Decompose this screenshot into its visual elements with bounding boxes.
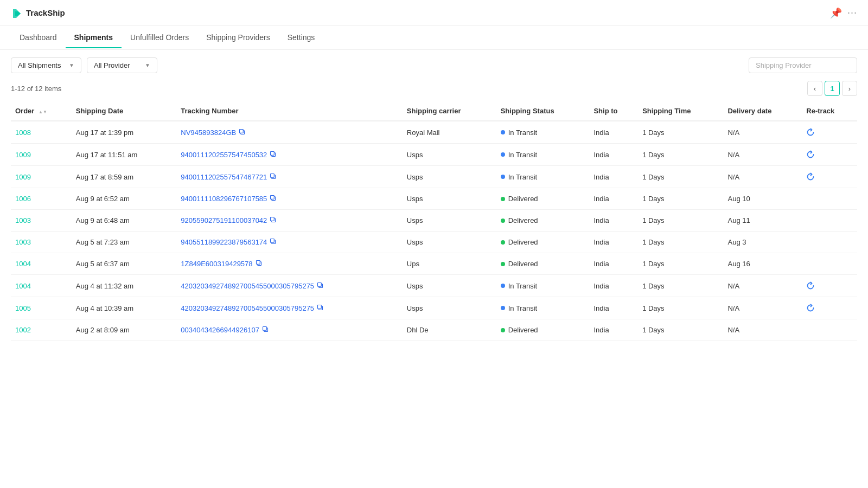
copy-tracking-icon[interactable] (317, 282, 323, 290)
shipping-carrier: Usps (403, 275, 496, 297)
copy-tracking-icon[interactable] (317, 305, 323, 312)
tracking-number-link[interactable]: 420320349274892700545500030579​5275 (181, 304, 314, 312)
nav-item-settings[interactable]: Settings (279, 28, 324, 48)
shipping-provider-search[interactable]: Shipping Provider (749, 57, 857, 73)
filters-bar: All Shipments ▼ All Provider ▼ Shipping … (0, 50, 868, 81)
shipping-time: 1 Days (638, 188, 723, 210)
shipping-carrier: Usps (403, 210, 496, 232)
ship-to: India (589, 319, 638, 341)
nav-bar: Dashboard Shipments Unfulfilled Orders S… (0, 26, 868, 50)
order-link[interactable]: 1003 (15, 238, 31, 246)
shipping-carrier: Usps (403, 232, 496, 253)
svg-rect-7 (271, 196, 275, 200)
tracking-number-link[interactable]: 9400111202557547450532 (181, 151, 267, 159)
status-text: Delivered (508, 195, 538, 203)
status-dot (501, 328, 505, 332)
status-badge: Delivered (501, 216, 585, 224)
next-page-button[interactable]: › (842, 81, 857, 96)
status-dot (501, 130, 505, 134)
col-header-tracking-number: Tracking Number (176, 101, 403, 121)
shipment-filter-dropdown[interactable]: All Shipments ▼ (11, 57, 81, 73)
shipping-carrier: Usps (403, 166, 496, 188)
svg-rect-11 (271, 239, 275, 243)
nav-item-shipping-providers[interactable]: Shipping Providers (197, 28, 279, 48)
copy-tracking-icon[interactable] (270, 239, 276, 246)
order-link[interactable]: 1006 (15, 195, 31, 203)
nav-item-dashboard[interactable]: Dashboard (11, 28, 66, 48)
table-row: 1005Aug 4 at 10:39 am4203203492748927005… (11, 297, 857, 319)
delivery-date: N/A (723, 319, 802, 341)
table-row: 1004Aug 5 at 6:37 am1Z849E600319429578Up… (11, 253, 857, 275)
copy-tracking-icon[interactable] (239, 129, 245, 137)
order-link[interactable]: 1008 (15, 129, 31, 137)
ship-to: India (589, 297, 638, 319)
table-header: Order ▲▼ Shipping Date Tracking Number S… (11, 101, 857, 121)
shipping-time: 1 Days (638, 144, 723, 166)
copy-tracking-icon[interactable] (270, 151, 276, 159)
provider-filter-dropdown[interactable]: All Provider ▼ (87, 57, 157, 73)
tracking-number-link[interactable]: 1Z849E600319429578 (181, 260, 252, 268)
delivery-date: N/A (723, 297, 802, 319)
retrack-button[interactable] (806, 128, 815, 137)
prev-page-button[interactable]: ‹ (807, 81, 822, 96)
tracking-number-link[interactable]: 9400111202557547467721 (181, 173, 267, 181)
app-logo: TrackShip (11, 7, 65, 19)
trackship-logo-icon (11, 7, 23, 19)
shipping-date: Aug 17 at 1:39 pm (72, 121, 176, 144)
order-link[interactable]: 1003 (15, 216, 31, 224)
retrack-button[interactable] (806, 281, 815, 290)
status-dot (501, 175, 505, 179)
shipping-date: Aug 4 at 11:32 am (72, 275, 176, 297)
copy-tracking-icon[interactable] (256, 260, 262, 268)
table-row: 1008Aug 17 at 1:39 pmNV945893824GBRoyal … (11, 121, 857, 144)
svg-rect-3 (271, 151, 275, 155)
shipping-date: Aug 17 at 11:51 am (72, 144, 176, 166)
order-link[interactable]: 1009 (15, 173, 31, 181)
shipping-time: 1 Days (638, 232, 723, 253)
order-link[interactable]: 1004 (15, 282, 31, 290)
tracking-number-link[interactable]: 9405511899223879563174 (181, 238, 267, 246)
shipping-time: 1 Days (638, 210, 723, 232)
table-row: 1006Aug 9 at 6:52 am94001111082967671075… (11, 188, 857, 210)
pin-icon[interactable]: 📌 (830, 7, 842, 19)
copy-tracking-icon[interactable] (270, 217, 276, 224)
delivery-date: Aug 10 (723, 188, 802, 210)
tracking-number-link[interactable]: 9205590275191100037042 (181, 216, 267, 224)
items-count: 1-12 of 12 items (11, 85, 61, 93)
search-placeholder: Shipping Provider (756, 61, 812, 69)
current-page-button[interactable]: 1 (825, 81, 840, 96)
order-link[interactable]: 1004 (15, 260, 31, 268)
tracking-number-link[interactable]: 9400111108296767107585 (181, 195, 267, 203)
status-text: In Transit (508, 304, 537, 312)
tracking-number-link[interactable]: NV945893824GB (181, 129, 236, 137)
filters-left: All Shipments ▼ All Provider ▼ (11, 57, 157, 73)
status-badge: Delivered (501, 195, 585, 203)
order-link[interactable]: 1002 (15, 326, 31, 334)
table-row: 1009Aug 17 at 8:59 am9400111202557547467… (11, 166, 857, 188)
order-link[interactable]: 1005 (15, 304, 31, 312)
retrack-button[interactable] (806, 304, 815, 312)
status-text: In Transit (508, 173, 537, 181)
pagination-bar: 1-12 of 12 items ‹ 1 › (0, 81, 868, 101)
table-row: 1004Aug 4 at 11:32 am4203203492748927005… (11, 275, 857, 297)
order-link[interactable]: 1009 (15, 151, 31, 159)
copy-tracking-icon[interactable] (270, 195, 276, 203)
delivery-date: N/A (723, 166, 802, 188)
status-badge: Delivered (501, 238, 585, 246)
status-badge: In Transit (501, 304, 585, 312)
copy-tracking-icon[interactable] (262, 326, 269, 334)
col-header-order[interactable]: Order ▲▼ (11, 101, 72, 121)
tracking-number-link[interactable]: 420320349274892700545500030579​5275 (181, 282, 314, 290)
retrack-button[interactable] (806, 172, 815, 181)
shipping-time: 1 Days (638, 166, 723, 188)
copy-tracking-icon[interactable] (270, 174, 276, 181)
retrack-button[interactable] (806, 150, 815, 159)
tracking-number-link[interactable]: 00340434266944926107 (181, 326, 259, 334)
shipping-time: 1 Days (638, 297, 723, 319)
shipping-date: Aug 2 at 8:09 am (72, 319, 176, 341)
nav-item-unfulfilled-orders[interactable]: Unfulfilled Orders (122, 28, 197, 48)
nav-item-shipments[interactable]: Shipments (66, 28, 122, 48)
ship-to: India (589, 188, 638, 210)
table-body: 1008Aug 17 at 1:39 pmNV945893824GBRoyal … (11, 121, 857, 341)
more-options-icon[interactable]: ··· (847, 7, 857, 18)
